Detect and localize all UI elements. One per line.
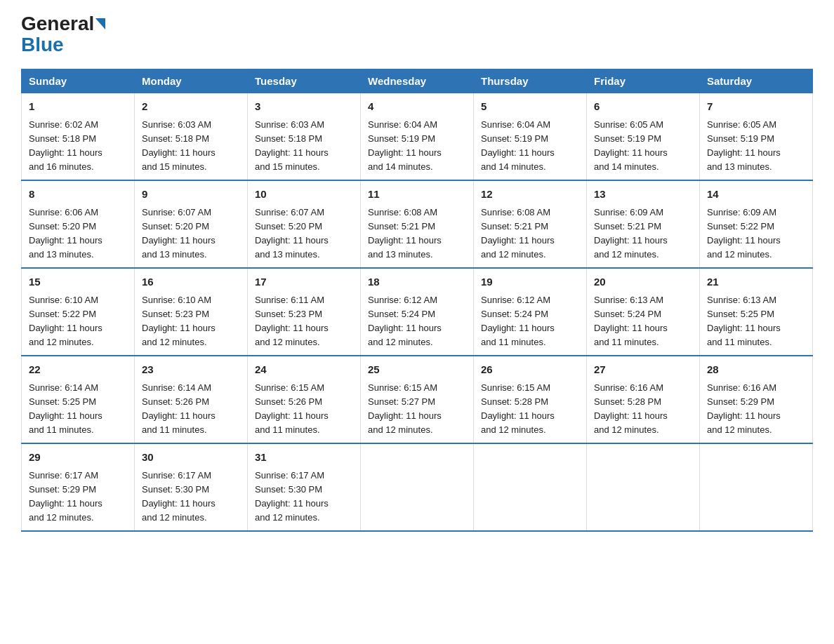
calendar-week-row: 22Sunrise: 6:14 AMSunset: 5:25 PMDayligh… [22,356,813,443]
day-number: 19 [481,274,579,290]
day-number: 11 [368,187,466,203]
calendar-cell: 30Sunrise: 6:17 AMSunset: 5:30 PMDayligh… [135,443,248,531]
day-info: Sunrise: 6:12 AMSunset: 5:24 PMDaylight:… [481,293,579,350]
calendar-week-row: 8Sunrise: 6:06 AMSunset: 5:20 PMDaylight… [22,180,813,268]
col-sunday: Sunday [22,69,135,93]
calendar-cell: 2Sunrise: 6:03 AMSunset: 5:18 PMDaylight… [135,93,248,181]
day-number: 17 [255,274,353,290]
calendar-cell: 9Sunrise: 6:07 AMSunset: 5:20 PMDaylight… [135,180,248,268]
calendar-cell: 6Sunrise: 6:05 AMSunset: 5:19 PMDaylight… [587,93,700,181]
day-number: 10 [255,187,353,203]
day-number: 2 [142,99,240,115]
calendar-cell [587,443,700,531]
col-thursday: Thursday [474,69,587,93]
calendar-cell: 24Sunrise: 6:15 AMSunset: 5:26 PMDayligh… [248,356,361,443]
day-number: 15 [29,274,127,290]
col-wednesday: Wednesday [361,69,474,93]
calendar-week-row: 15Sunrise: 6:10 AMSunset: 5:22 PMDayligh… [22,268,813,356]
day-info: Sunrise: 6:02 AMSunset: 5:18 PMDaylight:… [29,118,127,175]
day-number: 18 [368,274,466,290]
day-info: Sunrise: 6:17 AMSunset: 5:30 PMDaylight:… [142,469,240,525]
page-header: General Blue [21,14,813,56]
calendar-cell: 29Sunrise: 6:17 AMSunset: 5:29 PMDayligh… [22,443,135,531]
calendar-header-row: Sunday Monday Tuesday Wednesday Thursday… [22,69,813,93]
calendar-cell: 20Sunrise: 6:13 AMSunset: 5:24 PMDayligh… [587,268,700,356]
calendar-cell: 12Sunrise: 6:08 AMSunset: 5:21 PMDayligh… [474,180,587,268]
calendar-cell [474,443,587,531]
calendar-cell: 18Sunrise: 6:12 AMSunset: 5:24 PMDayligh… [361,268,474,356]
calendar-cell: 14Sunrise: 6:09 AMSunset: 5:22 PMDayligh… [700,180,813,268]
day-info: Sunrise: 6:16 AMSunset: 5:28 PMDaylight:… [594,381,692,438]
calendar-cell [361,443,474,531]
calendar-cell: 15Sunrise: 6:10 AMSunset: 5:22 PMDayligh… [22,268,135,356]
day-info: Sunrise: 6:03 AMSunset: 5:18 PMDaylight:… [255,118,353,175]
day-number: 27 [594,362,692,378]
day-number: 9 [142,187,240,203]
day-info: Sunrise: 6:14 AMSunset: 5:25 PMDaylight:… [29,381,127,438]
day-info: Sunrise: 6:08 AMSunset: 5:21 PMDaylight:… [481,206,579,262]
day-info: Sunrise: 6:14 AMSunset: 5:26 PMDaylight:… [142,381,240,438]
calendar-cell: 4Sunrise: 6:04 AMSunset: 5:19 PMDaylight… [361,93,474,181]
day-info: Sunrise: 6:09 AMSunset: 5:21 PMDaylight:… [594,206,692,262]
day-info: Sunrise: 6:04 AMSunset: 5:19 PMDaylight:… [368,118,466,175]
day-number: 5 [481,99,579,115]
day-number: 7 [707,99,805,115]
day-number: 6 [594,99,692,115]
calendar-cell: 16Sunrise: 6:10 AMSunset: 5:23 PMDayligh… [135,268,248,356]
calendar-week-row: 1Sunrise: 6:02 AMSunset: 5:18 PMDaylight… [22,93,813,181]
calendar-cell: 25Sunrise: 6:15 AMSunset: 5:27 PMDayligh… [361,356,474,443]
day-number: 25 [368,362,466,378]
col-friday: Friday [587,69,700,93]
day-number: 26 [481,362,579,378]
day-info: Sunrise: 6:13 AMSunset: 5:24 PMDaylight:… [594,293,692,350]
calendar-cell: 5Sunrise: 6:04 AMSunset: 5:19 PMDaylight… [474,93,587,181]
calendar-cell: 23Sunrise: 6:14 AMSunset: 5:26 PMDayligh… [135,356,248,443]
calendar-cell: 21Sunrise: 6:13 AMSunset: 5:25 PMDayligh… [700,268,813,356]
day-number: 12 [481,187,579,203]
calendar-cell: 31Sunrise: 6:17 AMSunset: 5:30 PMDayligh… [248,443,361,531]
day-number: 22 [29,362,127,378]
calendar-cell: 7Sunrise: 6:05 AMSunset: 5:19 PMDaylight… [700,93,813,181]
calendar-cell: 13Sunrise: 6:09 AMSunset: 5:21 PMDayligh… [587,180,700,268]
day-number: 29 [29,450,127,466]
day-number: 20 [594,274,692,290]
day-number: 13 [594,187,692,203]
day-info: Sunrise: 6:05 AMSunset: 5:19 PMDaylight:… [707,118,805,175]
logo-blue: Blue [21,34,64,55]
day-number: 16 [142,274,240,290]
day-number: 23 [142,362,240,378]
day-info: Sunrise: 6:08 AMSunset: 5:21 PMDaylight:… [368,206,466,262]
calendar-cell: 10Sunrise: 6:07 AMSunset: 5:20 PMDayligh… [248,180,361,268]
day-info: Sunrise: 6:05 AMSunset: 5:19 PMDaylight:… [594,118,692,175]
day-info: Sunrise: 6:09 AMSunset: 5:22 PMDaylight:… [707,206,805,262]
day-info: Sunrise: 6:11 AMSunset: 5:23 PMDaylight:… [255,293,353,350]
day-number: 8 [29,187,127,203]
day-info: Sunrise: 6:07 AMSunset: 5:20 PMDaylight:… [142,206,240,262]
logo-general: General [21,14,94,34]
day-info: Sunrise: 6:17 AMSunset: 5:30 PMDaylight:… [255,469,353,525]
calendar-cell: 8Sunrise: 6:06 AMSunset: 5:20 PMDaylight… [22,180,135,268]
calendar-cell: 3Sunrise: 6:03 AMSunset: 5:18 PMDaylight… [248,93,361,181]
col-saturday: Saturday [700,69,813,93]
day-info: Sunrise: 6:16 AMSunset: 5:29 PMDaylight:… [707,381,805,438]
day-number: 3 [255,99,353,115]
day-number: 1 [29,99,127,115]
day-info: Sunrise: 6:04 AMSunset: 5:19 PMDaylight:… [481,118,579,175]
day-info: Sunrise: 6:15 AMSunset: 5:28 PMDaylight:… [481,381,579,438]
day-number: 14 [707,187,805,203]
calendar-cell [700,443,813,531]
day-info: Sunrise: 6:03 AMSunset: 5:18 PMDaylight:… [142,118,240,175]
day-number: 4 [368,99,466,115]
calendar-cell: 27Sunrise: 6:16 AMSunset: 5:28 PMDayligh… [587,356,700,443]
calendar-cell: 17Sunrise: 6:11 AMSunset: 5:23 PMDayligh… [248,268,361,356]
day-info: Sunrise: 6:06 AMSunset: 5:20 PMDaylight:… [29,206,127,262]
logo: General Blue [21,14,105,56]
day-info: Sunrise: 6:17 AMSunset: 5:29 PMDaylight:… [29,469,127,525]
calendar-table: Sunday Monday Tuesday Wednesday Thursday… [21,69,813,532]
logo-arrow-icon [95,18,105,29]
day-info: Sunrise: 6:10 AMSunset: 5:23 PMDaylight:… [142,293,240,350]
calendar-cell: 11Sunrise: 6:08 AMSunset: 5:21 PMDayligh… [361,180,474,268]
day-info: Sunrise: 6:15 AMSunset: 5:27 PMDaylight:… [368,381,466,438]
day-number: 30 [142,450,240,466]
day-number: 24 [255,362,353,378]
